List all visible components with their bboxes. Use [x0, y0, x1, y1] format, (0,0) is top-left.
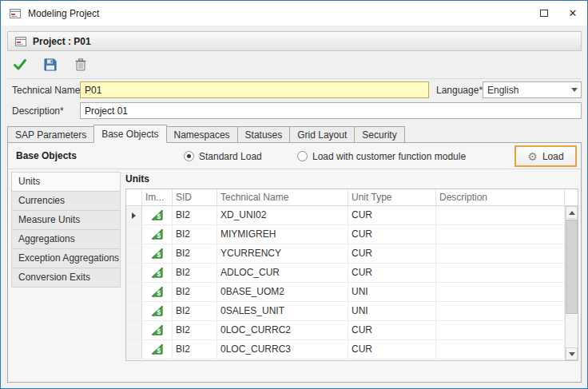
language-select[interactable]: English — [483, 81, 582, 98]
unit-currency-icon: $ — [151, 343, 163, 355]
sidebar-item-currencies[interactable]: Currencies — [11, 191, 121, 211]
sidebar-item-measure-units[interactable]: Measure Units — [11, 210, 121, 230]
row-selector-cell[interactable] — [126, 206, 142, 224]
tab-statuses[interactable]: Statuses — [237, 126, 291, 143]
unit-currency-icon: $ — [151, 324, 163, 336]
technical-name-cell: YCURRENCY — [217, 244, 348, 263]
table-row[interactable]: $ BI2 0LOC_CURRC3 CUR — [126, 340, 565, 359]
modeling-project-window: Modeling Project ✕ Project : P01 — [0, 0, 588, 389]
language-value: English — [483, 85, 567, 96]
standard-load-label: Standard Load — [199, 151, 262, 162]
delete-button[interactable] — [70, 54, 92, 76]
scroll-down-button[interactable] — [566, 347, 578, 360]
customer-load-label: Load with customer function module — [312, 151, 466, 162]
description-cell — [436, 264, 565, 282]
column-header-technical-name[interactable]: Technical Name — [217, 189, 348, 205]
svg-text:$: $ — [157, 308, 161, 316]
technical-name-cell: ADLOC_CUR — [217, 264, 348, 282]
tab-strip: SAP Parameters Base Objects Namespaces S… — [7, 125, 404, 143]
row-selector-cell[interactable] — [126, 340, 142, 359]
window-controls: ✕ — [530, 1, 587, 26]
titlebar: Modeling Project ✕ — [1, 1, 587, 26]
svg-text:$: $ — [157, 212, 161, 220]
dropdown-button[interactable] — [567, 82, 581, 97]
unit-type-cell: CUR — [348, 206, 436, 224]
table-row[interactable]: $ BI2 ADLOC_CUR CUR — [126, 264, 565, 283]
unit-type-cell: CUR — [348, 321, 436, 339]
tab-grid-layout[interactable]: Grid Layout — [289, 126, 355, 143]
column-header-imported[interactable]: Im... — [142, 189, 173, 205]
radio-selected-icon — [184, 151, 194, 161]
row-selector-cell[interactable] — [126, 244, 142, 263]
tab-namespaces[interactable]: Namespaces — [166, 126, 238, 143]
standard-load-radio[interactable]: Standard Load — [184, 143, 262, 169]
grid-header-row: Im... SID Technical Name Unit Type Descr… — [126, 189, 578, 206]
description-cell — [436, 244, 565, 263]
unit-icon-cell: $ — [142, 283, 173, 301]
customer-load-radio[interactable]: Load with customer function module — [297, 143, 466, 169]
description-label: Description* — [12, 105, 64, 117]
sidebar-item-conversion-exits[interactable]: Conversion Exits — [11, 268, 121, 288]
column-header-unit-type[interactable]: Unit Type — [348, 189, 436, 205]
sid-cell: BI2 — [173, 302, 217, 320]
unit-type-cell: CUR — [348, 264, 436, 282]
units-grid: Im... SID Technical Name Unit Type Descr… — [125, 189, 578, 361]
row-selector-cell[interactable] — [126, 283, 142, 301]
vertical-scrollbar[interactable] — [565, 206, 578, 360]
unit-currency-icon: $ — [151, 286, 163, 298]
svg-text:$: $ — [157, 232, 161, 240]
row-selector-cell[interactable] — [126, 302, 142, 320]
scrollbar-thumb[interactable] — [566, 220, 578, 314]
table-row[interactable]: $ BI2 MIYMIGREH CUR — [126, 225, 565, 244]
technical-name-input[interactable] — [80, 81, 429, 98]
technical-name-cell: 0LOC_CURRC2 — [217, 321, 348, 339]
technical-name-cell: 0LOC_CURRC3 — [217, 340, 348, 359]
table-row[interactable]: $ BI2 0LOC_CURRC2 CUR — [126, 321, 565, 340]
sidebar-item-units[interactable]: Units — [11, 172, 121, 192]
table-row[interactable]: $ BI2 0SALES_UNIT UNI — [126, 302, 565, 321]
close-button[interactable]: ✕ — [558, 1, 587, 26]
table-row[interactable]: $ BI2 XD_UNI02 CUR — [126, 206, 565, 225]
unit-icon-cell: $ — [142, 225, 173, 244]
validate-button[interactable] — [9, 54, 31, 76]
description-cell — [436, 340, 565, 359]
maximize-button[interactable] — [530, 1, 558, 26]
radio-unselected-icon — [297, 151, 308, 161]
technical-name-cell: 0BASE_UOM2 — [217, 283, 348, 301]
sid-cell: BI2 — [173, 340, 217, 359]
gear-icon: ⚙ — [527, 151, 538, 162]
close-icon: ✕ — [569, 8, 578, 18]
save-icon — [43, 58, 58, 72]
row-selector-cell[interactable] — [126, 225, 142, 244]
tab-security[interactable]: Security — [354, 126, 404, 143]
column-header-description[interactable]: Description — [436, 189, 565, 205]
column-header-sid[interactable]: SID — [173, 189, 217, 205]
scroll-down-icon — [569, 352, 575, 356]
save-button[interactable] — [39, 54, 62, 76]
sidebar-item-aggregations[interactable]: Aggregations — [11, 229, 121, 249]
sid-cell: BI2 — [173, 283, 217, 301]
unit-type-cell: UNI — [348, 283, 436, 301]
load-button-label: Load — [542, 151, 564, 162]
tab-base-objects[interactable]: Base Objects — [93, 125, 166, 143]
unit-type-cell: CUR — [348, 244, 436, 263]
table-row[interactable]: $ BI2 0BASE_UOM2 UNI — [126, 283, 565, 302]
row-selector-cell[interactable] — [126, 264, 142, 282]
unit-currency-icon: $ — [151, 305, 163, 317]
project-group-header[interactable]: Project : P01 — [7, 31, 582, 51]
table-row[interactable]: $ BI2 YCURRENCY CUR — [126, 244, 565, 264]
row-selector-cell[interactable] — [126, 321, 142, 339]
tab-sap-parameters[interactable]: SAP Parameters — [7, 126, 94, 143]
trash-icon — [74, 58, 88, 72]
sidebar-item-exception-aggregations[interactable]: Exception Aggregations — [11, 248, 121, 268]
unit-currency-icon: $ — [151, 209, 163, 221]
language-label: Language* — [436, 85, 483, 96]
svg-text:$: $ — [157, 327, 161, 335]
load-button[interactable]: ⚙ Load — [514, 145, 577, 167]
scroll-up-button[interactable] — [566, 206, 578, 219]
base-objects-header-strip: Base Objects Standard Load Load with cus… — [8, 143, 581, 169]
description-cell — [436, 321, 565, 339]
description-input[interactable] — [80, 102, 582, 119]
unit-icon-cell: $ — [142, 340, 173, 359]
description-cell — [436, 206, 565, 224]
